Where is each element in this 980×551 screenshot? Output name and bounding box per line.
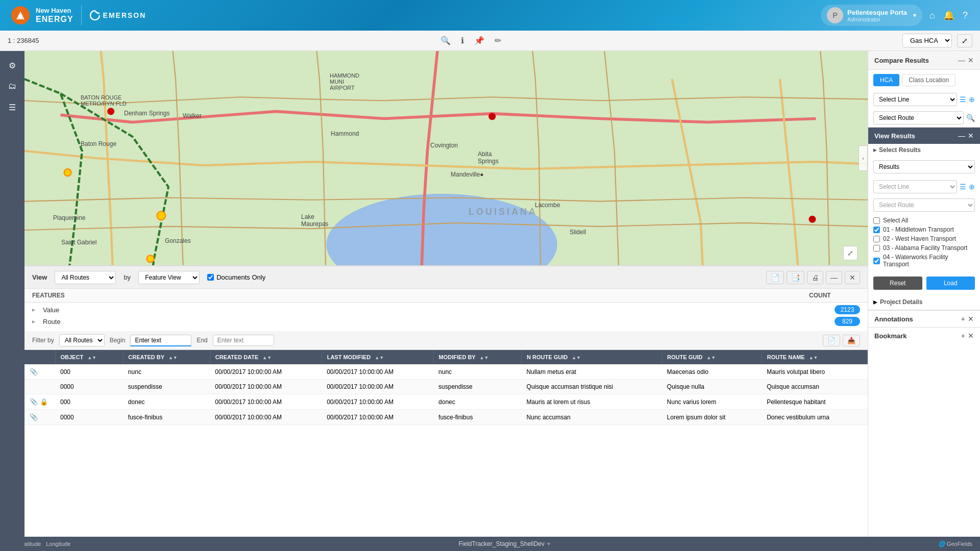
- bookmark-add-button[interactable]: +: [961, 332, 965, 340]
- map-expand-button[interactable]: ⤢: [843, 246, 857, 260]
- bookmark-title: Bookmark: [874, 332, 907, 340]
- view-select-route[interactable]: Select Route: [873, 198, 975, 212]
- checkbox-waterworks[interactable]: [873, 258, 880, 264]
- map-collapse-button[interactable]: ›: [859, 145, 868, 171]
- filter-begin-input[interactable]: [130, 335, 191, 346]
- table-col-created-by[interactable]: CREATED BY ▲▼: [123, 350, 210, 364]
- project-details-label: Project Details: [880, 298, 922, 306]
- status-center: FieldTracker_Staging_ShellDev ▾: [458, 540, 550, 547]
- home-button[interactable]: ⌂: [927, 8, 937, 23]
- feature-row-route: ▸ Route 829: [32, 317, 860, 326]
- row-icons-cell: 📎: [24, 364, 55, 380]
- minus-button[interactable]: —: [826, 271, 842, 284]
- view-results-minimize-button[interactable]: —: [958, 132, 965, 140]
- help-button[interactable]: ?: [961, 8, 970, 23]
- cell-n-route_guid: Nunc accumsan: [522, 410, 662, 425]
- draw-icon[interactable]: ✏: [495, 36, 501, 45]
- view-select-line[interactable]: Select Line: [873, 180, 957, 193]
- menu-sidebar-button[interactable]: ☰: [3, 98, 21, 116]
- value-expand-icon[interactable]: ▸: [32, 306, 35, 313]
- count-column-header: COUNT: [809, 292, 860, 299]
- features-header: FEATURES COUNT: [24, 289, 868, 303]
- compare-line-add-icon[interactable]: ⊕: [969, 95, 975, 104]
- project-name: FieldTracker_Staging_ShellDev: [458, 540, 544, 547]
- compare-select-line[interactable]: Select Line: [873, 93, 957, 106]
- project-dropdown-icon[interactable]: ▾: [547, 540, 550, 547]
- table-col-modified-by[interactable]: MODIFIED BY ▲▼: [433, 350, 522, 364]
- filter-export-button[interactable]: 📄: [823, 335, 840, 346]
- features-column-header: FEATURES: [32, 292, 809, 299]
- center-area: Baton Rouge Denham Springs Walker Hammon…: [24, 51, 868, 551]
- reset-button[interactable]: Reset: [873, 277, 922, 290]
- close-button[interactable]: ✕: [845, 271, 860, 284]
- user-info[interactable]: P Pellentesque Porta Administrator ▾: [821, 5, 922, 26]
- export-button[interactable]: 📄: [766, 271, 784, 284]
- emerson-text: EMERSON: [103, 11, 146, 19]
- all-routes-select[interactable]: All Routes: [55, 271, 116, 284]
- table-col-n-route-guid[interactable]: N ROUTE GUID ▲▼: [522, 350, 662, 364]
- table-col-created-date[interactable]: CREATED DATE ▲▼: [210, 350, 322, 364]
- annotations-close-button[interactable]: ✕: [968, 315, 974, 323]
- avatar: P: [827, 7, 843, 23]
- gas-hca-select[interactable]: Gas HCA: [902, 34, 952, 47]
- select-results-row[interactable]: ▸ Select Results: [868, 144, 980, 156]
- search-icon[interactable]: 🔍: [440, 36, 451, 45]
- class-location-tab[interactable]: Class Location: [902, 74, 955, 86]
- documents-only-checkbox[interactable]: [207, 274, 214, 281]
- checkbox-list: Select All 01 - Middletown Transport 02 …: [868, 214, 980, 272]
- table-col-object[interactable]: OBJECT ▲▼: [55, 350, 123, 364]
- hca-tab[interactable]: HCA: [873, 74, 899, 86]
- annotations-title: Annotations: [874, 315, 913, 323]
- user-dropdown-icon[interactable]: ▾: [913, 12, 916, 19]
- print-button[interactable]: 🖨: [807, 271, 823, 284]
- filter-bar-actions: 📄 📥: [823, 335, 860, 346]
- attachment-icon: 📎: [30, 413, 38, 421]
- results-select[interactable]: Results: [873, 160, 975, 173]
- bookmark-close-button[interactable]: ✕: [968, 332, 974, 340]
- layers-sidebar-button[interactable]: 🗂: [3, 77, 21, 95]
- project-details-row[interactable]: ▸ Project Details: [868, 294, 980, 310]
- compare-minimize-button[interactable]: —: [958, 56, 965, 64]
- load-button[interactable]: Load: [926, 277, 975, 290]
- longitude-label: Longitude: [46, 541, 70, 547]
- map-container[interactable]: Baton Rouge Denham Springs Walker Hammon…: [24, 51, 868, 265]
- annotations-add-button[interactable]: +: [961, 315, 965, 323]
- table-col-route-name[interactable]: ROUTE NAME ▲▼: [762, 350, 867, 364]
- select-all-checkbox[interactable]: [873, 217, 880, 224]
- checkbox-middletown[interactable]: [873, 227, 880, 233]
- view-results-close-button[interactable]: ✕: [968, 132, 974, 140]
- cell-route-name: Quisque accumsan: [762, 380, 867, 394]
- filter-end-input[interactable]: [213, 335, 274, 346]
- data-table-wrapper[interactable]: OBJECT ▲▼ CREATED BY ▲▼ CREATED DATE ▲▼ …: [24, 350, 868, 544]
- view-line-list-icon[interactable]: ☰: [960, 183, 966, 191]
- compare-close-button[interactable]: ✕: [968, 56, 974, 64]
- notifications-button[interactable]: 🔔: [941, 8, 957, 23]
- compare-route-search-icon[interactable]: 🔍: [966, 114, 975, 122]
- expand-icon[interactable]: ⤢: [957, 34, 972, 47]
- documents-only-label[interactable]: Documents Only: [207, 273, 265, 281]
- checkbox-westhaven[interactable]: [873, 236, 880, 242]
- cell-modified-by: nunc: [433, 364, 522, 380]
- route-expand-icon[interactable]: ▸: [32, 318, 35, 325]
- select-all-label: Select All: [883, 217, 908, 224]
- export-all-button[interactable]: 📑: [787, 271, 804, 284]
- settings-sidebar-button[interactable]: ⚙: [3, 56, 21, 74]
- filter-by-label: Filter by: [32, 337, 54, 344]
- table-col-route-guid[interactable]: ROUTE GUID ▲▼: [662, 350, 762, 364]
- filter-import-button[interactable]: 📥: [843, 335, 860, 346]
- cell-modified-by: suspendisse: [433, 380, 522, 394]
- view-toolbar: View All Routes by Feature View Document…: [24, 266, 868, 289]
- compare-line-list-icon[interactable]: ☰: [960, 95, 966, 104]
- checkbox-alabama[interactable]: [873, 245, 880, 252]
- view-line-add-icon[interactable]: ⊕: [969, 183, 975, 191]
- compare-select-route[interactable]: Select Route: [873, 111, 964, 124]
- compare-select-route-row: Select Route 🔍: [868, 109, 980, 127]
- pin-icon[interactable]: 📌: [474, 36, 484, 45]
- table-col-last-modified[interactable]: LAST MODIFIED ▲▼: [322, 350, 433, 364]
- route-count-badge: 829: [835, 317, 860, 326]
- compare-results-controls: — ✕: [958, 56, 974, 64]
- filter-routes-select[interactable]: All Routes: [59, 334, 105, 346]
- feature-view-select[interactable]: Feature View: [138, 271, 200, 284]
- cell-route-guid: Quisque nulla: [662, 380, 762, 394]
- info-icon[interactable]: ℹ: [461, 36, 464, 45]
